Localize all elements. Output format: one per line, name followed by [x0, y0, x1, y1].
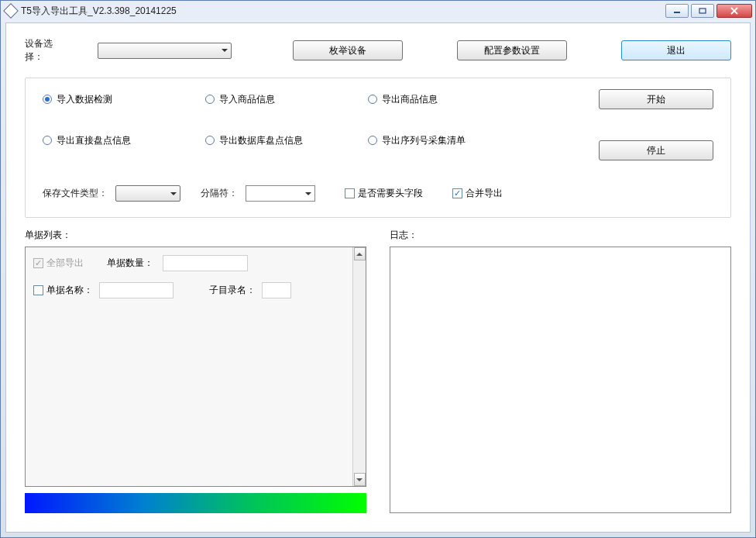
- progress-bar: [25, 493, 366, 513]
- export-all-checkbox: 全部导出: [33, 257, 84, 270]
- chevron-down-icon: [170, 192, 177, 195]
- device-label: 设备选择：: [25, 37, 70, 64]
- log-column: 日志：: [390, 229, 731, 513]
- window-title: T5导入导出工具_V2.3.398_20141225: [21, 5, 665, 18]
- doc-name-checkbox[interactable]: 单据名称：: [33, 284, 93, 297]
- config-params-button[interactable]: 配置参数设置: [457, 40, 567, 60]
- merge-export-checkbox[interactable]: 合并导出: [452, 187, 503, 200]
- enumerate-devices-button[interactable]: 枚举设备: [293, 40, 403, 60]
- mode-group: 导入数据检测 导入商品信息 导出商品信息 开始 导出直接盘点信息 导出数据库盘点…: [25, 78, 731, 218]
- close-button[interactable]: [716, 4, 752, 18]
- chevron-down-icon: [305, 192, 311, 195]
- client-area: 设备选择： 枚举设备 配置参数设置 退出 导入数据检测 导入商品信息 导出商品信…: [5, 22, 751, 533]
- exit-button[interactable]: 退出: [621, 40, 731, 60]
- delimiter-combobox[interactable]: [246, 185, 315, 202]
- window-controls: [665, 4, 752, 18]
- doc-count-input[interactable]: [163, 255, 248, 271]
- radio-export-db-stock[interactable]: 导出数据库盘点信息: [205, 134, 368, 147]
- device-row: 设备选择： 枚举设备 配置参数设置 退出: [25, 37, 731, 64]
- svg-rect-1: [699, 9, 706, 13]
- maximize-icon: [699, 8, 706, 14]
- close-icon: [730, 7, 739, 15]
- doc-count-label: 单据数量：: [107, 257, 153, 270]
- subdir-input[interactable]: [262, 282, 291, 298]
- doc-list-column: 单据列表： 全部导出 单据数量： 单据名称： 子目录名：: [25, 229, 366, 513]
- filetype-combobox[interactable]: [115, 185, 180, 202]
- scroll-up-button[interactable]: [354, 247, 366, 260]
- chevron-down-icon: [356, 478, 363, 481]
- doc-name-input[interactable]: [99, 282, 174, 298]
- radio-export-goods[interactable]: 导出商品信息: [368, 93, 538, 106]
- doc-list-title: 单据列表：: [25, 229, 366, 242]
- radio-export-direct-stock[interactable]: 导出直接盘点信息: [43, 134, 205, 147]
- list-scrollbar[interactable]: [352, 247, 366, 486]
- log-title: 日志：: [390, 229, 731, 242]
- radio-import-check[interactable]: 导入数据检测: [43, 93, 205, 106]
- delimiter-label: 分隔符：: [201, 187, 238, 200]
- stop-button[interactable]: 停止: [599, 140, 713, 160]
- chevron-up-icon: [356, 253, 363, 256]
- radio-export-serial-list[interactable]: 导出序列号采集清单: [368, 134, 538, 147]
- app-icon: [3, 3, 19, 19]
- start-button[interactable]: 开始: [599, 89, 713, 109]
- lower-panels: 单据列表： 全部导出 单据数量： 单据名称： 子目录名：: [25, 229, 731, 513]
- need-header-checkbox[interactable]: 是否需要头字段: [345, 187, 423, 200]
- maximize-button[interactable]: [691, 4, 714, 18]
- doc-list-panel: 全部导出 单据数量： 单据名称： 子目录名：: [25, 247, 366, 487]
- log-textarea[interactable]: [390, 247, 731, 513]
- minimize-icon: [673, 8, 681, 14]
- main-window: T5导入导出工具_V2.3.398_20141225 设备选择： 枚举设备 配置…: [0, 0, 756, 538]
- scroll-down-button[interactable]: [354, 473, 366, 486]
- radio-import-goods[interactable]: 导入商品信息: [205, 93, 368, 106]
- device-combobox[interactable]: [98, 43, 232, 59]
- chevron-down-icon: [222, 49, 228, 52]
- minimize-button[interactable]: [665, 4, 689, 18]
- filetype-label: 保存文件类型：: [43, 187, 108, 200]
- subdir-label: 子目录名：: [209, 284, 256, 297]
- titlebar: T5导入导出工具_V2.3.398_20141225: [1, 1, 755, 21]
